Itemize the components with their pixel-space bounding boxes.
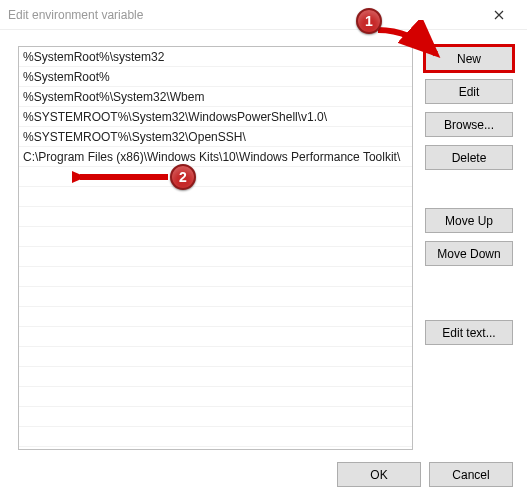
list-item[interactable] xyxy=(19,247,412,267)
dialog-bottom-buttons: OK Cancel xyxy=(337,462,513,487)
ok-button[interactable]: OK xyxy=(337,462,421,487)
move-up-button[interactable]: Move Up xyxy=(425,208,513,233)
browse-button[interactable]: Browse... xyxy=(425,112,513,137)
list-item[interactable] xyxy=(19,387,412,407)
annotation-callout-1: 1 xyxy=(356,8,382,34)
close-button[interactable] xyxy=(479,1,519,29)
edit-text-button[interactable]: Edit text... xyxy=(425,320,513,345)
list-item[interactable] xyxy=(19,227,412,247)
list-item[interactable] xyxy=(19,407,412,427)
delete-button[interactable]: Delete xyxy=(425,145,513,170)
path-listbox[interactable]: %SystemRoot%\system32%SystemRoot%%System… xyxy=(18,46,413,450)
cancel-button[interactable]: Cancel xyxy=(429,462,513,487)
close-icon xyxy=(494,10,504,20)
list-item[interactable]: %SystemRoot%\System32\Wbem xyxy=(19,87,412,107)
list-item[interactable] xyxy=(19,427,412,447)
list-item[interactable]: C:\Program Files (x86)\Windows Kits\10\W… xyxy=(19,147,412,167)
list-item[interactable] xyxy=(19,167,412,187)
side-button-column: New Edit Browse... Delete Move Up Move D… xyxy=(425,46,513,450)
dialog-content: %SystemRoot%\system32%SystemRoot%%System… xyxy=(0,30,527,450)
list-item[interactable] xyxy=(19,307,412,327)
list-item[interactable]: %SystemRoot% xyxy=(19,67,412,87)
move-down-button[interactable]: Move Down xyxy=(425,241,513,266)
list-item[interactable] xyxy=(19,187,412,207)
titlebar: Edit environment variable xyxy=(0,0,527,30)
list-item[interactable]: %SYSTEMROOT%\System32\WindowsPowerShell\… xyxy=(19,107,412,127)
new-button[interactable]: New xyxy=(425,46,513,71)
annotation-callout-2: 2 xyxy=(170,164,196,190)
list-item[interactable] xyxy=(19,347,412,367)
window-title: Edit environment variable xyxy=(8,8,479,22)
list-item[interactable]: %SYSTEMROOT%\System32\OpenSSH\ xyxy=(19,127,412,147)
list-item[interactable] xyxy=(19,207,412,227)
list-item[interactable] xyxy=(19,267,412,287)
list-item[interactable] xyxy=(19,287,412,307)
list-item[interactable]: %SystemRoot%\system32 xyxy=(19,47,412,67)
list-item[interactable] xyxy=(19,367,412,387)
edit-button[interactable]: Edit xyxy=(425,79,513,104)
list-item[interactable] xyxy=(19,327,412,347)
